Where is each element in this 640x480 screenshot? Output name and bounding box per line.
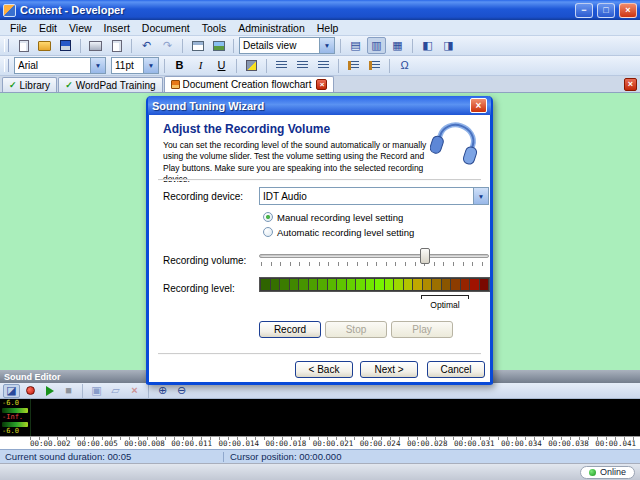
recording-volume-slider[interactable] <box>259 245 489 269</box>
cancel-button[interactable]: Cancel <box>427 361 485 378</box>
separator <box>158 353 481 355</box>
insert-table-button[interactable] <box>188 37 207 54</box>
insert-symbol-button[interactable]: Ω <box>395 57 414 74</box>
menu-item-document[interactable]: Document <box>136 22 196 34</box>
align-center-button[interactable] <box>293 57 312 74</box>
level-meter-segment <box>280 279 289 290</box>
tab-document-creation-flowchart[interactable]: Document Creation flowchart× <box>164 76 335 92</box>
italic-button[interactable]: I <box>191 57 210 74</box>
dock-panel-button[interactable]: ◪ <box>3 384 20 398</box>
menu-item-insert[interactable]: Insert <box>98 22 136 34</box>
record-button[interactable]: Record <box>259 321 321 338</box>
timeline-label: 00:00.034 <box>501 439 542 448</box>
waveform-area[interactable]: -6.0 -Inf. -6.0 <box>0 399 640 436</box>
radio-button-icon <box>263 227 273 237</box>
undo-button[interactable]: ↶ <box>137 37 156 54</box>
split-view-button[interactable]: ◧ <box>418 37 437 54</box>
numbered-list-button[interactable] <box>344 57 363 74</box>
next-button[interactable]: Next > <box>360 361 418 378</box>
back-button[interactable]: < Back <box>295 361 353 378</box>
scale-label-top: -6.0 <box>2 400 28 407</box>
open-folder-button[interactable] <box>35 37 54 54</box>
play-button[interactable]: Play <box>391 321 453 338</box>
font-size-combo[interactable]: 11pt ▼ <box>111 57 159 74</box>
bold-button[interactable]: B <box>170 57 189 74</box>
view-details-button[interactable]: ▥ <box>367 37 386 54</box>
radio-automatic-recording-level-setting[interactable]: Automatic recording level setting <box>263 226 414 238</box>
copy-sound-button[interactable]: ▱ <box>107 384 124 398</box>
menu-item-file[interactable]: File <box>4 22 33 34</box>
menu-item-administration[interactable]: Administration <box>232 22 311 34</box>
dialog-title-bar[interactable]: Sound Tuning Wizard × <box>148 96 491 115</box>
save-sound-icon: ▣ <box>91 385 101 396</box>
toolbar-separator <box>164 59 165 73</box>
save-button[interactable] <box>56 37 75 54</box>
online-label: Online <box>600 467 626 477</box>
print-preview-button[interactable] <box>107 37 126 54</box>
level-meter-segment <box>442 279 451 290</box>
new-document-button[interactable] <box>14 37 33 54</box>
undo-icon: ↶ <box>142 40 151 51</box>
slider-ticks <box>261 262 489 266</box>
bold-icon: B <box>176 60 184 71</box>
recording-device-combo[interactable]: IDT Audio ▼ <box>259 187 489 205</box>
timeline-label: 00:00.038 <box>548 439 589 448</box>
zoom-in-button[interactable]: ⊕ <box>154 384 171 398</box>
menu-item-help[interactable]: Help <box>311 22 345 34</box>
timeline-label: 00:00.014 <box>218 439 259 448</box>
chevron-down-icon: ▼ <box>143 58 158 73</box>
format-toolbar: Arial ▼ 11pt ▼ BIUΩ <box>0 56 640 76</box>
tab-wordpad-training[interactable]: ✓WordPad Training <box>58 77 162 92</box>
radio-manual-recording-level-setting[interactable]: Manual recording level setting <box>263 211 414 223</box>
menu-item-tools[interactable]: Tools <box>196 22 233 34</box>
maximize-button[interactable]: □ <box>597 3 615 18</box>
play-sound-button[interactable] <box>41 384 58 398</box>
underline-icon: U <box>218 60 226 71</box>
zoom-in-icon: ⊕ <box>158 385 167 396</box>
view-list-button[interactable]: ▤ <box>346 37 365 54</box>
close-pane-button[interactable]: × <box>624 78 637 91</box>
underline-button[interactable]: U <box>212 57 231 74</box>
toolbar-separator <box>266 59 267 73</box>
menu-item-edit[interactable]: Edit <box>33 22 63 34</box>
online-status[interactable]: Online <box>580 466 635 479</box>
volume-slider-thumb[interactable] <box>420 248 430 264</box>
align-left-button[interactable] <box>272 57 291 74</box>
tab-library[interactable]: ✓Library <box>2 77 57 92</box>
bottom-bar: Online <box>0 463 640 480</box>
font-combo[interactable]: Arial ▼ <box>14 57 106 74</box>
bullet-list-button[interactable] <box>365 57 384 74</box>
document-area[interactable]: Sound Tuning Wizard × Adjust the Recordi… <box>0 93 640 370</box>
highlight-button[interactable] <box>242 57 261 74</box>
toolbar-separator <box>131 39 132 53</box>
play-sound-icon <box>46 386 54 396</box>
minimize-button[interactable]: − <box>575 3 593 18</box>
dialog-close-button[interactable]: × <box>470 98 487 113</box>
headphones-icon <box>430 119 482 165</box>
waveform-canvas[interactable] <box>30 399 640 436</box>
stop-sound-icon: ■ <box>65 385 72 396</box>
stop-sound-button[interactable]: ■ <box>60 384 77 398</box>
save-sound-button[interactable]: ▣ <box>88 384 105 398</box>
zoom-out-button[interactable]: ⊖ <box>173 384 190 398</box>
print-button[interactable] <box>86 37 105 54</box>
menu-item-view[interactable]: View <box>63 22 98 34</box>
details-view-combo[interactable]: Details view ▼ <box>239 37 335 54</box>
status-separator <box>223 452 224 462</box>
close-window-button[interactable]: × <box>619 3 637 18</box>
timeline-label: 00:00.018 <box>266 439 307 448</box>
full-screen-button[interactable]: ◨ <box>439 37 458 54</box>
redo-button[interactable]: ↷ <box>158 37 177 54</box>
align-right-button[interactable] <box>314 57 333 74</box>
stop-button[interactable]: Stop <box>325 321 387 338</box>
tab-close-button[interactable]: × <box>316 79 327 90</box>
record-sound-button[interactable] <box>22 384 39 398</box>
radio-label: Manual recording level setting <box>277 212 403 223</box>
app-icon <box>3 4 16 17</box>
delete-sound-button[interactable]: × <box>126 384 143 398</box>
view-thumbnails-button[interactable]: ▦ <box>388 37 407 54</box>
tab-label: WordPad Training <box>76 80 156 91</box>
delete-sound-icon: × <box>131 385 137 396</box>
tabbar-tabs: ✓Library✓WordPad TrainingDocument Creati… <box>2 76 335 92</box>
insert-image-button[interactable] <box>209 37 228 54</box>
